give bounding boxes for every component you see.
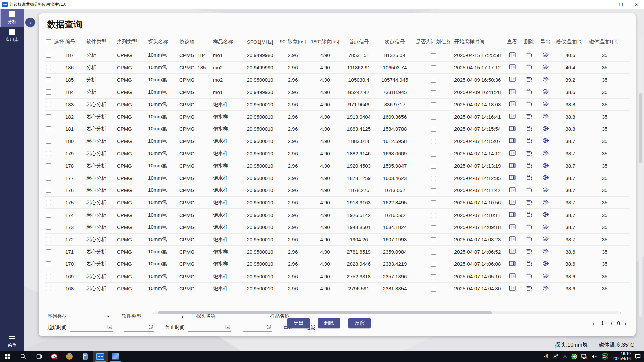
planned-task-checkbox[interactable]	[431, 127, 436, 132]
view-icon[interactable]	[509, 224, 516, 230]
planned-task-checkbox[interactable]	[431, 102, 436, 107]
planned-task-checkbox[interactable]	[431, 164, 436, 169]
select-all-checkbox[interactable]	[46, 39, 51, 44]
view-icon[interactable]	[509, 261, 516, 266]
start-time-input[interactable]	[124, 324, 154, 332]
planned-task-checkbox[interactable]	[431, 115, 436, 120]
maximize-button[interactable]: ❐	[613, 0, 629, 9]
action-center-icon[interactable]	[635, 354, 641, 359]
row-checkbox[interactable]	[46, 237, 51, 242]
delete-button[interactable]: 删除	[318, 318, 340, 328]
delete-icon[interactable]	[526, 113, 532, 119]
delete-icon[interactable]	[526, 248, 532, 254]
start-date-input[interactable]	[70, 324, 113, 332]
nmr-app-button[interactable]: N.M	[93, 351, 108, 362]
delete-icon[interactable]	[526, 89, 532, 95]
planned-task-checkbox[interactable]	[431, 139, 436, 144]
row-checkbox[interactable]	[46, 188, 51, 193]
end-time-input[interactable]	[243, 324, 272, 332]
export-icon[interactable]	[543, 199, 549, 205]
hidden-icons-chevron[interactable]	[563, 355, 567, 358]
row-checkbox[interactable]	[46, 65, 51, 70]
delete-icon[interactable]	[526, 199, 532, 205]
export-icon[interactable]	[543, 285, 549, 291]
antivirus-tray-icon[interactable]	[571, 354, 577, 359]
calculator-button[interactable]	[77, 351, 93, 362]
sidebar-item-app-library[interactable]: 应用库	[0, 27, 24, 45]
clock-icon[interactable]	[148, 324, 153, 330]
search-button[interactable]	[15, 351, 31, 362]
export-button[interactable]: 导出	[287, 318, 310, 328]
export-icon[interactable]	[543, 126, 549, 131]
delete-icon[interactable]	[526, 163, 532, 168]
planned-task-checkbox[interactable]	[431, 287, 436, 292]
export-icon[interactable]	[543, 76, 549, 82]
delete-icon[interactable]	[526, 236, 532, 242]
view-icon[interactable]	[509, 273, 516, 279]
row-checkbox[interactable]	[46, 114, 51, 119]
next-page-icon[interactable]: ›	[624, 320, 626, 327]
ime-indicator[interactable]: 拼	[544, 353, 549, 359]
calendar-icon[interactable]	[107, 324, 112, 330]
view-icon[interactable]	[509, 113, 516, 119]
planned-task-checkbox[interactable]	[431, 274, 436, 279]
planned-task-checkbox[interactable]	[431, 176, 436, 181]
planned-task-checkbox[interactable]	[431, 53, 436, 58]
task-view-button[interactable]	[31, 351, 46, 362]
view-icon[interactable]	[509, 212, 516, 217]
export-icon[interactable]	[543, 248, 549, 254]
export-icon[interactable]	[543, 89, 549, 95]
export-icon[interactable]	[543, 175, 549, 180]
export-icon[interactable]	[543, 273, 549, 279]
delete-icon[interactable]	[526, 224, 532, 230]
invert-button[interactable]: 反演	[348, 318, 371, 328]
planned-task-checkbox[interactable]	[431, 78, 436, 83]
view-icon[interactable]	[509, 150, 516, 156]
export-icon[interactable]	[543, 236, 549, 242]
delete-icon[interactable]	[526, 76, 532, 82]
export-icon[interactable]	[543, 261, 549, 266]
row-checkbox[interactable]	[46, 89, 51, 95]
view-icon[interactable]	[509, 126, 516, 131]
close-button[interactable]: ✕	[629, 0, 644, 9]
delete-icon[interactable]	[526, 64, 532, 70]
delete-icon[interactable]	[526, 150, 532, 156]
row-checkbox[interactable]	[46, 225, 51, 230]
export-icon[interactable]	[543, 52, 549, 58]
row-checkbox[interactable]	[46, 139, 51, 144]
people-icon[interactable]	[553, 354, 558, 359]
view-icon[interactable]	[509, 76, 516, 82]
taskbar-clock[interactable]: 16:10 2025/4/16	[613, 351, 631, 361]
row-checkbox[interactable]	[46, 261, 51, 266]
start-button[interactable]	[0, 351, 15, 362]
view-icon[interactable]	[509, 52, 516, 58]
end-date-input[interactable]	[188, 324, 231, 332]
delete-icon[interactable]	[526, 126, 532, 131]
planned-task-checkbox[interactable]	[431, 213, 436, 218]
planned-task-checkbox[interactable]	[431, 152, 436, 157]
export-icon[interactable]	[543, 64, 549, 70]
network-disconnected-icon[interactable]	[581, 354, 587, 359]
software-type-select[interactable]: ▼	[145, 312, 185, 320]
calendar-icon[interactable]	[225, 324, 230, 330]
view-icon[interactable]	[509, 101, 516, 107]
sidebar-item-analysis[interactable]: 分析	[0, 9, 24, 27]
delete-icon[interactable]	[526, 273, 532, 279]
view-icon[interactable]	[509, 285, 516, 291]
delete-icon[interactable]	[526, 52, 532, 58]
row-checkbox[interactable]	[46, 213, 51, 218]
row-checkbox[interactable]	[46, 249, 51, 254]
seq-type-select[interactable]: ▼	[70, 312, 110, 320]
volume-icon[interactable]	[592, 354, 597, 359]
row-checkbox[interactable]	[46, 53, 51, 58]
probe-name-input[interactable]	[219, 312, 259, 320]
collapse-sidebar-button[interactable]: ‹	[25, 18, 35, 27]
delete-icon[interactable]	[526, 175, 532, 180]
delete-icon[interactable]	[526, 187, 532, 193]
prev-page-icon[interactable]: ‹	[592, 320, 594, 327]
secondary-app-button[interactable]	[108, 351, 123, 362]
row-checkbox[interactable]	[46, 200, 51, 205]
view-icon[interactable]	[509, 163, 516, 168]
export-icon[interactable]	[543, 212, 549, 217]
export-icon[interactable]	[543, 138, 549, 143]
